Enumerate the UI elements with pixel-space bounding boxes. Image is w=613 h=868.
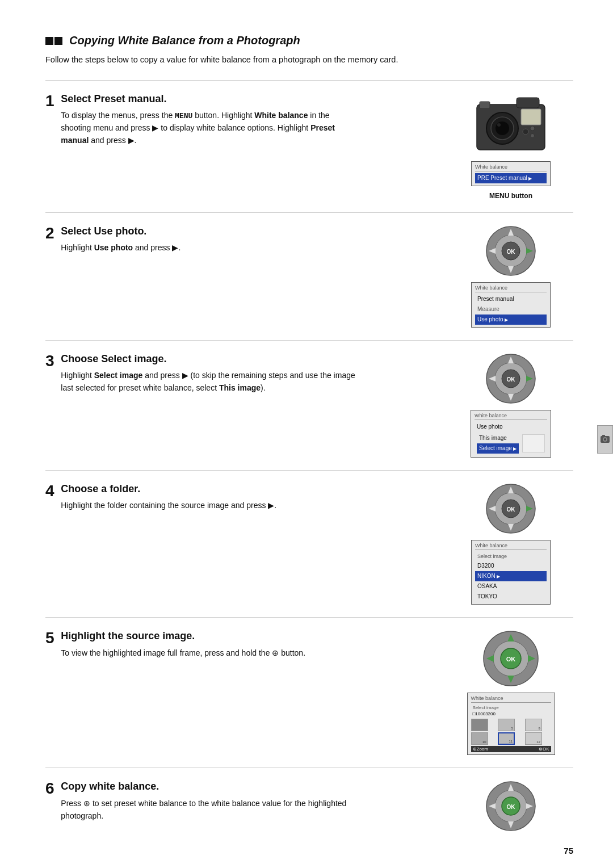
step-4-lcd: White balance Select image D3200 NIKON O… (471, 540, 551, 605)
step-3-lcd-item-0: Use photo (475, 422, 547, 432)
nav-circle-4: OK (485, 483, 536, 534)
intro-text: Follow the steps below to copy a value f… (45, 54, 454, 66)
step-3-lcd-item-1: This image (477, 433, 519, 443)
step-1-heading: Select Preset manual. (61, 93, 356, 106)
step-4-lcd-item-2: NIKON (475, 571, 547, 581)
step-4-left: 4 Choose a folder. Highlight the folder … (45, 483, 448, 512)
svg-text:OK: OK (507, 249, 516, 255)
step-4-heading: Choose a folder. (61, 483, 276, 496)
svg-point-53 (604, 438, 606, 441)
step-5-right: OK White balance Select image □10003200 (448, 630, 573, 755)
step-4-lcd-item-1: D3200 (475, 561, 547, 571)
section-title: Copying White Balance from a Photograph (45, 34, 573, 47)
svg-rect-10 (480, 102, 490, 108)
step-3-right: OK White balance Use photo This image Se… (448, 353, 573, 458)
step-5-lcd-sub: Select image (471, 705, 551, 711)
page: Copying White Balance from a Photograph … (0, 0, 613, 868)
nav-circle-3: OK (485, 353, 536, 404)
step-5-thumb-grid: 5 9 10 11 12 (471, 719, 551, 745)
step-3-heading: Choose Select image. (61, 353, 356, 366)
step-2: 2 Select Use photo. Highlight Use photo … (45, 212, 573, 340)
thumb-3: 9 (525, 719, 542, 731)
nav-circle-6: OK (485, 781, 536, 832)
step-4: 4 Choose a folder. Highlight the folder … (45, 470, 573, 618)
step-5-lcd-title: White balance (471, 695, 551, 703)
step-3-number: 3 (45, 353, 54, 369)
page-title: Copying White Balance from a Photograph (69, 34, 300, 47)
svg-rect-1 (517, 98, 539, 108)
nav-circle-5: OK (482, 630, 539, 687)
step-5-number: 5 (45, 630, 54, 646)
step-5-lcd: White balance Select image □10003200 5 9 (467, 693, 555, 755)
steps-container: 1 Select Preset manual. To display the m… (45, 80, 573, 845)
step-6-number: 6 (45, 781, 54, 796)
thumb-4: 10 (471, 732, 488, 745)
step-1-lcd-item-1: PRE Preset manual (475, 173, 547, 183)
step-4-lcd-sub: Select image (475, 552, 547, 561)
step-2-left: 2 Select Use photo. Highlight Use photo … (45, 225, 448, 254)
step-2-heading: Select Use photo. (61, 225, 180, 238)
step-1: 1 Select Preset manual. To display the m… (45, 80, 573, 212)
step-1-lcd-title: White balance (475, 164, 547, 171)
step-3-left: 3 Choose Select image. Highlight Select … (45, 353, 448, 395)
step-3-lcd-item-2: Select image (477, 443, 519, 454)
svg-text:OK: OK (506, 656, 516, 662)
step-6-heading: Copy white balance. (61, 781, 356, 793)
step-5-lcd-folder: □10003200 (471, 711, 551, 717)
step-4-lcd-item-3: OSAKA (475, 581, 547, 592)
step-1-content: Select Preset manual. To display the men… (61, 93, 356, 147)
svg-point-5 (497, 123, 501, 127)
svg-point-9 (531, 133, 535, 137)
page-number: 75 (564, 846, 573, 856)
step-1-lcd: White balance PRE Preset manual (471, 161, 551, 186)
step-1-right: White balance PRE Preset manual MENU but… (448, 93, 573, 200)
step-4-lcd-title: White balance (475, 543, 547, 550)
step-2-lcd-item-2: Measure (475, 304, 547, 315)
svg-text:OK: OK (507, 804, 516, 810)
step-5-lcd-bottom: ⊕Zoom⊛OK (471, 746, 551, 752)
step-1-body: To display the menus, press the MENU but… (61, 110, 356, 147)
step-4-right: OK White balance Select image D3200 NIKO… (448, 483, 573, 605)
svg-point-8 (530, 126, 535, 131)
step-2-lcd-item-3: Use photo (475, 315, 547, 325)
step-4-number: 4 (45, 483, 54, 499)
step-1-caption: MENU button (489, 192, 532, 200)
section-icon (45, 37, 62, 45)
step-2-lcd-item-1: Preset manual (475, 294, 547, 304)
step-3: 3 Choose Select image. Highlight Select … (45, 340, 573, 470)
step-3-lcd-title: White balance (475, 413, 547, 420)
step-2-lcd-title: White balance (475, 285, 547, 292)
step-1-number: 1 (45, 93, 54, 109)
step-4-lcd-item-4: TOKYO (475, 592, 547, 602)
svg-point-7 (523, 129, 528, 135)
step-2-lcd: White balance Preset manual Measure Use … (471, 282, 551, 328)
nav-circle-2: OK (485, 225, 536, 276)
step-3-body: Highlight Select image and press ▶ (to s… (61, 370, 356, 394)
step-4-content: Choose a folder. Highlight the folder co… (61, 483, 276, 512)
thumb-1 (471, 719, 488, 731)
step-2-content: Select Use photo. Highlight Use photo an… (61, 225, 180, 254)
svg-rect-54 (602, 435, 605, 437)
thumb-2: 5 (498, 719, 515, 731)
step-6-right: OK (448, 781, 573, 832)
svg-text:OK: OK (507, 506, 516, 513)
step-2-body: Highlight Use photo and press ▶. (61, 242, 180, 254)
thumb-5: 11 (498, 732, 515, 745)
step-3-content: Choose Select image. Highlight Select im… (61, 353, 356, 395)
svg-point-4 (496, 121, 509, 135)
step-5: 5 Highlight the source image. To view th… (45, 617, 573, 768)
camera-tab-icon (599, 434, 611, 445)
step-3-lcd: White balance Use photo This image Selec… (471, 410, 551, 458)
step-6: 6 Copy white balance. Press ⊛ to set pre… (45, 768, 573, 844)
step-2-number: 2 (45, 225, 54, 241)
thumb-6: 12 (525, 732, 542, 745)
step-6-content: Copy white balance. Press ⊛ to set prese… (61, 781, 356, 822)
tab-indicator (597, 425, 613, 454)
step-5-content: Highlight the source image. To view the … (61, 630, 305, 659)
step-4-body: Highlight the folder containing the sour… (61, 500, 276, 512)
step-6-body: Press ⊛ to set preset white balance to t… (61, 798, 356, 822)
step-1-left: 1 Select Preset manual. To display the m… (45, 93, 448, 147)
step-5-left: 5 Highlight the source image. To view th… (45, 630, 448, 659)
step-6-left: 6 Copy white balance. Press ⊛ to set pre… (45, 781, 448, 822)
svg-rect-6 (521, 109, 541, 125)
